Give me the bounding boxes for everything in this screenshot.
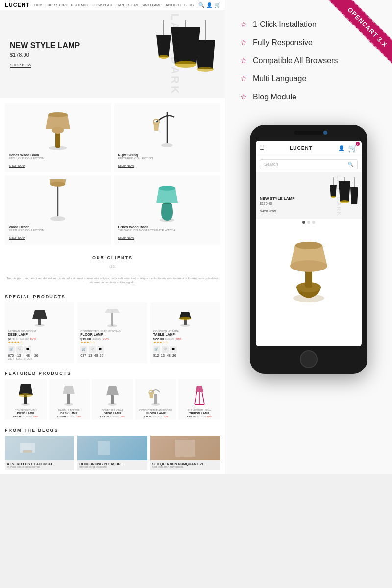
- nav-simio[interactable]: SIMIO LAMP: [142, 3, 162, 7]
- price-old-2: $38.00: [93, 337, 101, 340]
- stat-extra-3: 26: [172, 354, 176, 357]
- hero-cta[interactable]: SHOP NOW: [10, 63, 31, 68]
- special-price-1: $19.00 $38.00 50%: [8, 337, 72, 341]
- featured-card-3: DONEC PULVINAR DESK LAMP $43.00 $114.00 …: [92, 379, 133, 420]
- svg-marker-46: [106, 386, 119, 395]
- svg-marker-32: [105, 309, 120, 313]
- phone-home-button[interactable]: [300, 350, 318, 368]
- nav-hazel[interactable]: HAZEL'S LAM: [117, 3, 139, 7]
- blog-img-2: [77, 436, 147, 460]
- stat-sell-3: 13: [161, 354, 165, 357]
- clients-section: OUR CLIENTS ““ Nequie porro archieact se…: [0, 249, 225, 291]
- featured-label-1: DESK LAMP: [7, 412, 45, 415]
- cart-icon[interactable]: 🛒: [214, 2, 220, 8]
- compare-btn-2[interactable]: ⇄: [97, 346, 104, 353]
- feat-off-4: 70%: [163, 415, 168, 418]
- price-off-3: 40%: [175, 337, 181, 340]
- product-img-4: [118, 179, 217, 223]
- stat-visit-3: 912: [153, 354, 159, 357]
- dot-1[interactable]: [302, 221, 305, 224]
- product-name-3: Wood Decor: [9, 225, 107, 229]
- ph-hero-cta[interactable]: SHOP NOW: [260, 210, 276, 213]
- shop-now-4[interactable]: SHOP NOW: [118, 236, 134, 240]
- special-title: SPECIAL PRODUCTS: [5, 294, 220, 299]
- special-actions-1: 🛒 ♡ ⇄: [8, 346, 72, 353]
- special-label-1: DESK LAMP: [8, 333, 72, 336]
- blog-title-1: AT VERO EOS ET ACCUSAT: [7, 462, 73, 466]
- dot-2[interactable]: [307, 221, 310, 224]
- client-text: Nequie porro archieact sed dul dolore ip…: [6, 276, 219, 285]
- wishlist-btn-1[interactable]: ♡: [16, 346, 23, 353]
- nav-blog[interactable]: BLOG: [184, 3, 194, 7]
- phone-menu-icon[interactable]: ☰: [260, 146, 264, 151]
- dot-3[interactable]: [312, 221, 315, 224]
- phone-hero: NEW STYLE LAMP $170.00 SHOP NOW: [256, 172, 362, 219]
- phone-search-icon: 🔍: [348, 162, 353, 167]
- featured-img-2: [50, 381, 88, 408]
- stat-visit-1: 675VISIT: [8, 354, 14, 360]
- user-icon[interactable]: 👤: [206, 2, 212, 8]
- svg-line-52: [195, 392, 197, 404]
- svg-point-21: [50, 182, 65, 187]
- phone-header-icons: 👤 🛒 0: [338, 144, 358, 153]
- featured-grid: CONSEQUAT NIBH DESK LAMP $64.00 $114.00 …: [5, 379, 220, 420]
- phone-search-input[interactable]: Search 🔍: [260, 159, 358, 169]
- product-card-1: Hebes Wood Book FABULOUS COLLECTION SHOP…: [5, 103, 111, 172]
- featured-label-5: TRIPOD LAMP: [180, 412, 218, 415]
- price-new-2: $19.00: [80, 337, 91, 341]
- opencart-ribbon: OPENCART 3.X: [328, 0, 392, 66]
- svg-rect-45: [111, 395, 114, 404]
- featured-label-2: DESK LAMP: [50, 412, 88, 415]
- featured-section: FEATURED PRODUCTS CONSEQUAT NIBH DESK LA…: [0, 367, 225, 424]
- featured-lamp-2: [60, 382, 77, 406]
- svg-rect-59: [175, 440, 195, 457]
- blog-text-1: AT VERO EOS ET ACCUSAT at vero eos et ac…: [5, 460, 74, 470]
- phone-cart-badge[interactable]: 🛒 0: [348, 144, 358, 153]
- price-off-2: 70%: [103, 337, 109, 340]
- lamp-img-1: [41, 110, 75, 151]
- product-name-4: Hebes Wood Book: [118, 225, 217, 229]
- stat-sell-1: 13SELL: [16, 354, 22, 360]
- shop-now-1[interactable]: SHOP NOW: [9, 164, 25, 168]
- feat-price-new-4: $38.00: [144, 415, 152, 418]
- nav-glowplate[interactable]: GLOW PLATE: [92, 3, 114, 7]
- cart-btn-1[interactable]: 🛒: [8, 346, 15, 353]
- svg-point-73: [295, 242, 322, 249]
- nav-lightmill[interactable]: LIGHTMILL: [71, 3, 89, 7]
- compare-btn-1[interactable]: ⇄: [24, 346, 31, 353]
- product-sub-4: THE WORLD'S MOST ACCURATE WATCH: [118, 229, 217, 232]
- svg-rect-31: [111, 313, 113, 326]
- product-sub-3: FEATURED COLLECTION: [9, 229, 107, 232]
- feature-icon-1: ☆: [240, 20, 247, 29]
- price-new-3: $22.00: [153, 337, 164, 341]
- svg-marker-29: [32, 310, 47, 318]
- site-nav: HOME OUR STORE LIGHTMILL GLOW PLATE HAZE…: [34, 3, 194, 7]
- special-card-2: CONSECTETUR ADIPISCING FLOOR LAMP $19.00…: [77, 302, 147, 363]
- feat-price-new-3: $43.00: [100, 415, 109, 418]
- svg-point-26: [159, 186, 175, 191]
- svg-rect-57: [23, 450, 32, 453]
- compare-btn-3[interactable]: ⇄: [170, 346, 177, 353]
- blog-desc-3: sed quia non numquam: [152, 466, 218, 468]
- cart-btn-3[interactable]: 🛒: [153, 346, 160, 353]
- special-lamp-1: [30, 308, 49, 327]
- stars-1: ★★★★☆: [8, 341, 72, 344]
- shop-now-2[interactable]: SHOP NOW: [118, 164, 134, 168]
- shop-now-3[interactable]: SHOP NOW: [9, 236, 25, 240]
- svg-line-53: [202, 392, 204, 404]
- nav-home[interactable]: HOME: [34, 3, 45, 7]
- hero-title: NEW STYLE LAMP: [10, 41, 80, 50]
- feat-price-old-4: $114.00: [153, 415, 162, 418]
- phone-user-icon[interactable]: 👤: [338, 145, 345, 151]
- featured-img-5: [180, 381, 218, 408]
- wishlist-btn-2[interactable]: ♡: [89, 346, 96, 353]
- lamp-dark-label: LAMP DARK: [134, 10, 216, 98]
- stat-extra-2: 26: [100, 354, 104, 357]
- wishlist-btn-3[interactable]: ♡: [162, 346, 169, 353]
- nav-daylight[interactable]: DAYLIGHT: [165, 3, 182, 7]
- cart-btn-2[interactable]: 🛒: [80, 346, 87, 353]
- nav-store[interactable]: OUR STORE: [48, 3, 68, 7]
- product-name-1: Hebes Wood Book: [9, 153, 107, 157]
- search-icon[interactable]: 🔍: [198, 2, 204, 8]
- featured-lamp-4: [147, 382, 165, 406]
